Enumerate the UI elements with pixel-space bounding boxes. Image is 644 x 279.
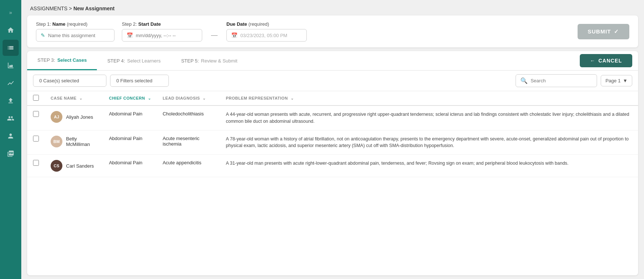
cases-selected-chip[interactable]: 0 Case(s) selected — [33, 75, 106, 87]
trend-icon[interactable] — [3, 75, 19, 91]
select-all-checkbox[interactable] — [33, 95, 39, 101]
search-input[interactable] — [531, 78, 592, 83]
col-lead-diagnosis-sort-icon[interactable]: ⌄ — [203, 96, 206, 100]
cases-table: CASE NAME ⌄ CHIEF CONCERN ⌄ LEAD DIAGNOS… — [27, 91, 638, 177]
name-label: Step 1: Name (required) — [36, 21, 114, 27]
row-checkbox-0[interactable] — [33, 111, 39, 117]
date-separator: — — [210, 31, 219, 39]
chief-concern-1: Abdominal Pain — [103, 130, 157, 155]
chevron-down-icon: ▼ — [623, 78, 627, 83]
users-icon[interactable] — [3, 110, 19, 126]
problem-rep-1: A 78-year-old woman with a history of at… — [220, 130, 638, 155]
tab-select-cases[interactable]: STEP 3: Select Cases — [27, 51, 97, 70]
start-date-input-wrap[interactable]: 📅 — [122, 29, 202, 42]
home-icon[interactable] — [3, 22, 19, 38]
case-name-0: Aliyah Jones — [66, 114, 93, 120]
filters-selected-chip[interactable]: 0 Filters selected — [110, 75, 169, 87]
expand-icon[interactable]: » — [3, 4, 19, 21]
search-icon: 🔍 — [520, 77, 528, 84]
case-name-2: Carl Sanders — [66, 163, 94, 169]
due-date-field-group: Due Date (required) 📅 — [226, 21, 307, 42]
submit-check-icon: ✓ — [614, 28, 619, 35]
col-case-name-sort-icon[interactable]: ⌄ — [79, 96, 83, 100]
name-input[interactable] — [48, 33, 110, 38]
avatar-2: CS — [51, 160, 62, 172]
breadcrumb-parent: ASSIGNMENTS — [30, 6, 68, 11]
case-name-cell-1: BMBetty McMilliman — [51, 136, 97, 147]
cases-table-wrap: CASE NAME ⌄ CHIEF CONCERN ⌄ LEAD DIAGNOS… — [27, 91, 638, 275]
tab-select-learners[interactable]: STEP 4: Select Learners — [97, 51, 171, 70]
due-calendar-icon: 📅 — [231, 32, 237, 38]
col-problem-rep: PROBLEM REPRESENTATION ⌄ — [220, 91, 638, 105]
problem-rep-2: A 31-year-old man presents with acute ri… — [220, 155, 638, 177]
submit-button[interactable]: SUBMIT ✓ — [578, 24, 630, 39]
upload-icon[interactable] — [3, 93, 19, 109]
start-date-field-group: Step 2: Start Date 📅 — [122, 21, 202, 42]
table-row: CSCarl SandersAbdominal PainAcute append… — [27, 155, 638, 177]
col-lead-diagnosis: LEAD DIAGNOSIS ⌄ — [157, 91, 220, 105]
tab-review-submit[interactable]: STEP 5: Review & Submit — [171, 51, 248, 70]
row-checkbox-1[interactable] — [33, 136, 39, 142]
page-select[interactable]: Page 1 ▼ — [601, 75, 632, 86]
pencil-icon: ✎ — [41, 32, 45, 38]
breadcrumb-current: New Assignment — [73, 6, 114, 11]
pdf-icon[interactable] — [3, 146, 19, 162]
col-problem-rep-sort-icon[interactable]: ⌄ — [291, 96, 294, 100]
breadcrumb-separator: > — [69, 6, 73, 11]
avatar-0: AJ — [51, 111, 62, 123]
due-date-input[interactable] — [240, 33, 302, 38]
due-date-input-wrap[interactable]: 📅 — [226, 29, 307, 42]
lead-diagnosis-1: Acute mesenteric ischemia — [157, 130, 220, 155]
steps-section: STEP 3: Select Cases STEP 4: Select Lear… — [27, 51, 638, 275]
chart-icon[interactable] — [3, 57, 19, 74]
start-date-input[interactable] — [136, 33, 197, 38]
user-icon[interactable] — [3, 128, 19, 144]
top-form: Step 1: Name (required) ✎ Step 2: Start … — [27, 15, 638, 47]
col-chief-concern: CHIEF CONCERN ⌄ — [103, 91, 157, 105]
filter-bar: 0 Case(s) selected 0 Filters selected 🔍 … — [27, 71, 638, 91]
lead-diagnosis-0: Choledocholithiasis — [157, 105, 220, 130]
breadcrumb: ASSIGNMENTS > New Assignment — [21, 0, 644, 12]
chief-concern-2: Abdominal Pain — [103, 155, 157, 177]
problem-rep-0: A 44-year-old woman presents with acute,… — [220, 105, 638, 130]
search-wrap[interactable]: 🔍 — [516, 74, 597, 87]
col-chief-concern-sort-icon[interactable]: ⌄ — [148, 96, 151, 100]
avatar-1: BM — [51, 136, 62, 147]
table-row: BMBetty McMillimanAbdominal PainAcute me… — [27, 130, 638, 155]
list-icon[interactable] — [3, 40, 19, 56]
name-input-wrap[interactable]: ✎ — [36, 29, 114, 42]
case-name-cell-2: CSCarl Sanders — [51, 160, 97, 172]
row-checkbox-2[interactable] — [33, 160, 39, 166]
sidebar: » — [0, 0, 21, 279]
due-date-label: Due Date (required) — [226, 21, 307, 27]
main-content: ASSIGNMENTS > New Assignment Step 1: Nam… — [21, 0, 644, 279]
cancel-button[interactable]: ← CANCEL — [580, 54, 632, 67]
case-name-1: Betty McMilliman — [66, 136, 97, 147]
name-field-group: Step 1: Name (required) ✎ — [36, 21, 114, 42]
steps-header: STEP 3: Select Cases STEP 4: Select Lear… — [27, 51, 638, 71]
back-arrow-icon: ← — [590, 58, 596, 64]
col-case-name: CASE NAME ⌄ — [45, 91, 103, 105]
calendar-icon: 📅 — [127, 32, 133, 38]
start-date-label: Step 2: Start Date — [122, 21, 202, 27]
case-name-cell-0: AJAliyah Jones — [51, 111, 97, 123]
table-row: AJAliyah JonesAbdominal PainCholedocholi… — [27, 105, 638, 130]
lead-diagnosis-2: Acute appendicitis — [157, 155, 220, 177]
chief-concern-0: Abdominal Pain — [103, 105, 157, 130]
